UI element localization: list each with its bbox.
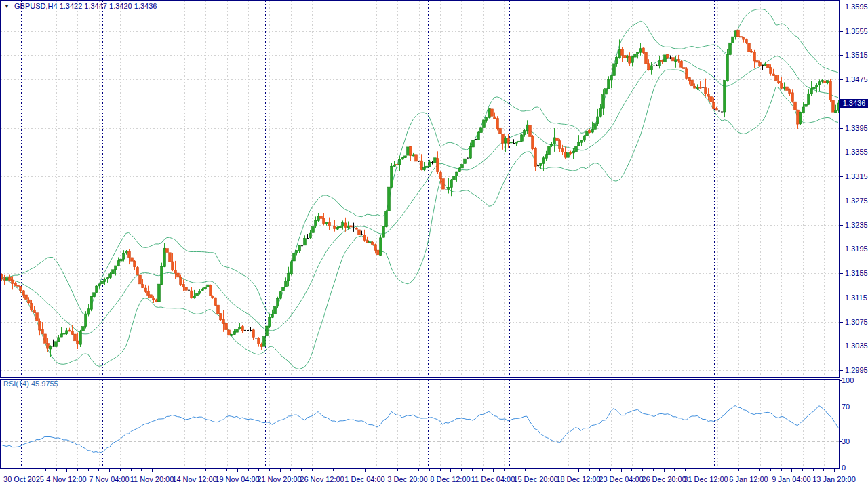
price-axis-label: 1.3075	[845, 318, 868, 326]
rsi-axis-label: 100	[842, 376, 854, 384]
price-axis-label: 1.3115	[845, 293, 867, 302]
ohlc-values-label: 1.3422 1.3447 1.3420 1.3436	[60, 2, 157, 10]
price-axis-label: 1.3235	[845, 221, 868, 229]
time-axis-label: 18 Dec 12:00	[556, 475, 600, 483]
time-axis-label: 15 Dec 20:00	[513, 475, 557, 483]
time-axis-label: 26 Nov 12:00	[300, 475, 344, 483]
time-axis-label: 31 Dec 12:00	[684, 475, 728, 483]
time-axis-label: 19 Nov 04:00	[215, 475, 259, 483]
price-axis-label: 1.3515	[845, 51, 868, 59]
price-axis-label: 1.3355	[845, 148, 868, 156]
chart-title: ▼ GBPUSD,H4 1.3422 1.3447 1.3420 1.3436	[4, 2, 157, 10]
chart-canvas[interactable]	[0, 0, 868, 488]
time-axis-label: 13 Jan 20:00	[812, 475, 856, 483]
time-axis-label: 11 Dec 04:00	[471, 475, 515, 483]
symbol-timeframe-label: GBPUSD,H4	[14, 2, 58, 10]
time-axis-label: 23 Dec 04:00	[599, 475, 643, 483]
price-axis-label: 1.3595	[845, 3, 868, 11]
price-axis-label: 1.3195	[845, 245, 868, 253]
time-axis-label: 3 Dec 20:00	[387, 475, 427, 483]
time-axis-label: 1 Dec 04:00	[344, 475, 384, 483]
price-axis-label: 1.3315	[845, 172, 868, 180]
time-axis-label: 4 Nov 12:00	[46, 475, 86, 483]
time-axis-label: 9 Jan 04:00	[772, 475, 811, 483]
current-price-badge: 1.3436	[840, 99, 868, 108]
symbol-marker-icon: ▼	[4, 3, 9, 9]
time-axis-label: 8 Dec 12:00	[430, 475, 470, 483]
rsi-axis-label: 0	[842, 464, 846, 472]
price-axis-label: 1.3555	[845, 27, 868, 35]
time-axis-label: 14 Nov 12:00	[172, 475, 216, 483]
rsi-name: RSI(14)	[3, 380, 29, 388]
price-axis-label: 1.3155	[845, 269, 868, 277]
time-axis-label: 30 Oct 2025	[3, 475, 44, 483]
time-axis-label: 7 Nov 04:00	[89, 475, 129, 483]
time-axis-label: 6 Jan 12:00	[729, 475, 768, 483]
price-axis-label: 1.3395	[845, 124, 868, 132]
rsi-axis-label: 30	[842, 437, 850, 445]
price-axis-label: 1.2995	[845, 366, 868, 374]
time-axis-label: 11 Nov 20:00	[130, 475, 174, 483]
price-axis-label: 1.3275	[845, 197, 868, 205]
time-axis-label: 21 Nov 20:00	[257, 475, 301, 483]
time-axis-label: 26 Dec 20:00	[642, 475, 686, 483]
rsi-value: 45.9755	[31, 380, 58, 388]
rsi-axis-label: 70	[842, 403, 850, 411]
price-axis-label: 1.3035	[845, 342, 868, 350]
trading-terminal-chart-window: ▼ GBPUSD,H4 1.3422 1.3447 1.3420 1.3436 …	[0, 0, 868, 488]
rsi-indicator-label: RSI(14) 45.9755	[3, 380, 58, 388]
price-axis-label: 1.3475	[845, 75, 868, 83]
